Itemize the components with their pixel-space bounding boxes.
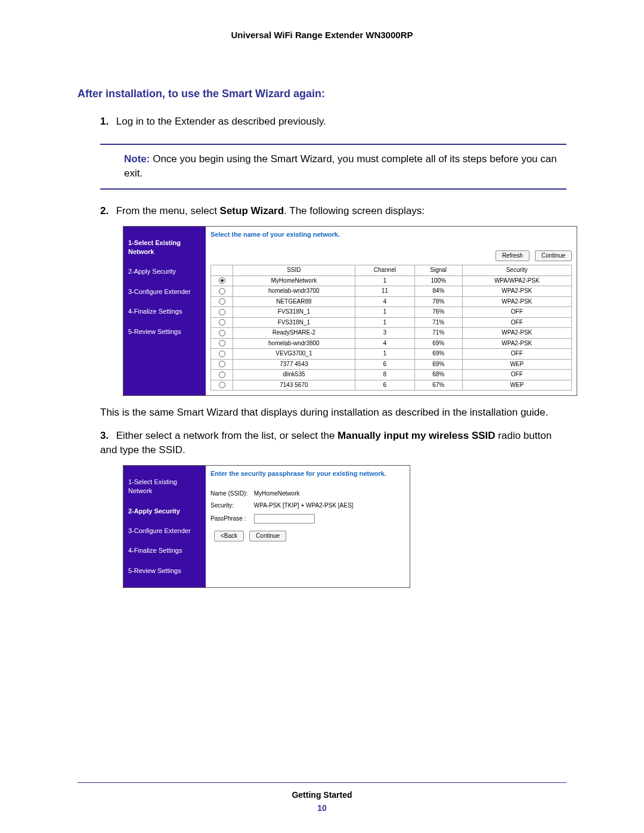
passphrase-row: PassPhrase :	[210, 514, 405, 524]
step-text-c: . The following screen displays:	[284, 205, 425, 216]
table-row[interactable]: FVS318N_1176%OFF	[211, 307, 572, 318]
cell-signal: 69%	[414, 349, 462, 360]
sidebar-step-1[interactable]: 1-Select Existing Network	[128, 230, 201, 263]
sidebar-step-4[interactable]: 4-Finalize Settings	[128, 302, 201, 322]
step-text-a: Either select a network from the list, o…	[116, 430, 338, 441]
radio-icon[interactable]	[219, 351, 225, 357]
radio-icon[interactable]	[219, 277, 225, 284]
radio-icon[interactable]	[219, 298, 225, 305]
steps-list: 1. Log in to the Extender as described p…	[100, 114, 566, 129]
cell-signal: 71%	[414, 317, 462, 328]
cell-signal: 76%	[414, 307, 462, 318]
step-number: 1.	[100, 114, 113, 129]
table-row[interactable]: 7377 4543669%WEP	[211, 359, 572, 370]
table-row[interactable]: 7143 5670667%WEP	[211, 380, 572, 391]
footer-page-number: 10	[78, 803, 566, 813]
back-button[interactable]: <Back	[214, 531, 244, 542]
sidebar-step-5[interactable]: 5-Review Settings	[128, 562, 201, 581]
cell-ssid: VEVG3700_1	[233, 349, 355, 360]
cell-ssid: homelab-wndr3800	[233, 338, 355, 349]
table-row[interactable]: dlink535868%OFF	[211, 370, 572, 380]
radio-icon[interactable]	[219, 330, 225, 336]
table-row[interactable]: NETGEAR88478%WPA2-PSK	[211, 296, 572, 307]
cell-signal: 67%	[414, 380, 462, 391]
table-row[interactable]: FVS318N_1171%OFF	[211, 317, 572, 328]
cell-channel: 3	[355, 328, 414, 339]
sidebar-step-2[interactable]: 2-Apply Security	[128, 262, 201, 282]
radio-icon[interactable]	[219, 371, 225, 378]
radio-icon[interactable]	[219, 288, 225, 295]
name-label: Name (SSID):	[210, 490, 252, 498]
table-row[interactable]: homelab-wndr37001184%WPA2-PSK	[211, 286, 572, 297]
name-row: Name (SSID): MyHomeNetwork	[210, 490, 405, 498]
screenshot-select-network: 1-Select Existing Network 2-Apply Securi…	[123, 226, 577, 396]
network-radio[interactable]	[211, 359, 233, 370]
cell-signal: 68%	[414, 370, 462, 380]
step-1: 1. Log in to the Extender as described p…	[100, 114, 566, 129]
cell-ssid: dlink535	[233, 370, 355, 380]
step-number: 2.	[100, 204, 113, 219]
network-radio[interactable]	[211, 317, 233, 328]
wizard-main: Select the name of your existing network…	[206, 227, 577, 395]
cell-security: WPA2-PSK	[462, 286, 571, 297]
col-security: Security	[462, 265, 571, 276]
network-radio[interactable]	[211, 338, 233, 349]
table-row[interactable]: ReadySHARE-2371%WPA2-PSK	[211, 328, 572, 339]
sidebar-step-1[interactable]: 1-Select Existing Network	[128, 469, 201, 502]
radio-icon[interactable]	[219, 319, 225, 326]
note-label: Note:	[124, 153, 150, 165]
document-header: Universal WiFi Range Extender WN3000RP	[78, 30, 566, 40]
cell-channel: 8	[355, 370, 414, 380]
cell-ssid: FVS318N_1	[233, 307, 355, 318]
continue-button[interactable]: Continue	[535, 250, 572, 262]
step-3: 3. Either select a network from the list…	[100, 429, 566, 589]
sidebar-step-3[interactable]: 3-Configure Extender	[128, 522, 201, 541]
step-text-b: Setup Wizard	[220, 205, 284, 216]
table-row[interactable]: VEVG3700_1169%OFF	[211, 349, 572, 360]
radio-icon[interactable]	[219, 340, 225, 346]
cell-signal: 69%	[414, 359, 462, 370]
network-radio[interactable]	[211, 275, 233, 286]
passphrase-label: PassPhrase :	[210, 515, 252, 524]
col-ssid: SSID	[233, 265, 355, 276]
network-radio[interactable]	[211, 328, 233, 339]
step-2: 2. From the menu, select Setup Wizard. T…	[100, 204, 566, 420]
wizard-main: Enter the security passphrase for your e…	[206, 466, 410, 587]
cell-ssid: FVS318N_1	[233, 317, 355, 328]
network-table: SSID Channel Signal Security MyHomeNetwo…	[210, 265, 572, 391]
cell-security: WPA2-PSK	[462, 338, 571, 349]
network-radio[interactable]	[211, 370, 233, 380]
sidebar-step-4[interactable]: 4-Finalize Settings	[128, 541, 201, 561]
security-label: Security:	[210, 501, 252, 510]
col-signal: Signal	[414, 265, 462, 276]
sidebar-step-5[interactable]: 5-Review Settings	[128, 323, 201, 342]
wizard-sidebar: 1-Select Existing Network 2-Apply Securi…	[123, 466, 206, 587]
refresh-button[interactable]: Refresh	[496, 250, 530, 262]
note-box: Note: Once you begin using the Smart Wiz…	[100, 144, 566, 190]
cell-security: WEP	[462, 380, 571, 391]
screenshot-apply-security: 1-Select Existing Network 2-Apply Securi…	[123, 465, 410, 588]
network-radio[interactable]	[211, 307, 233, 318]
network-radio[interactable]	[211, 286, 233, 297]
table-row[interactable]: homelab-wndr3800469%WPA2-PSK	[211, 338, 572, 349]
passphrase-input[interactable]	[254, 514, 315, 524]
page-footer: Getting Started 10	[78, 782, 566, 813]
table-header-row: SSID Channel Signal Security	[211, 265, 572, 276]
network-radio[interactable]	[211, 380, 233, 391]
sidebar-step-2[interactable]: 2-Apply Security	[128, 502, 201, 522]
cell-ssid: ReadySHARE-2	[233, 328, 355, 339]
table-row[interactable]: MyHomeNetwork1100%WPA/WPA2-PSK	[211, 275, 572, 286]
continue-button[interactable]: Continue	[249, 531, 286, 542]
section-heading: After installation, to use the Smart Wiz…	[78, 88, 566, 100]
page: Universal WiFi Range Extender WN3000RP A…	[0, 0, 644, 833]
cell-channel: 6	[355, 380, 414, 391]
radio-icon[interactable]	[219, 309, 225, 315]
network-radio[interactable]	[211, 296, 233, 307]
step-text-b: Manually input my wireless SSID	[338, 430, 496, 441]
radio-icon[interactable]	[219, 361, 225, 367]
network-radio[interactable]	[211, 349, 233, 360]
sidebar-step-3[interactable]: 3-Configure Extender	[128, 283, 201, 302]
security-value: WPA-PSK [TKIP] + WPA2-PSK [AES]	[254, 502, 354, 509]
step-text: Log in to the Extender as described prev…	[116, 116, 326, 127]
radio-icon[interactable]	[219, 382, 225, 388]
